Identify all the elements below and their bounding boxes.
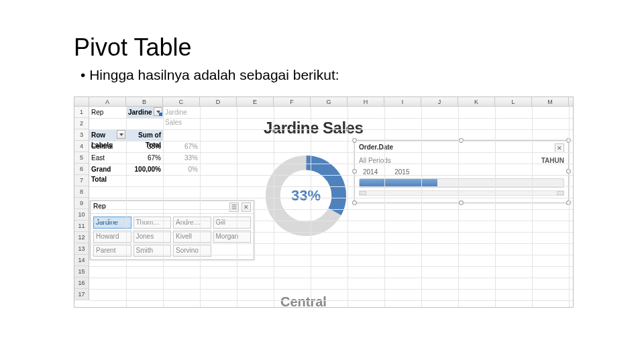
pivot-grandtotal-value: 100,00% <box>126 164 163 175</box>
slicer-item[interactable]: Thom… <box>133 217 172 229</box>
row-header[interactable]: 9 <box>74 198 89 209</box>
row-header[interactable]: 16 <box>74 278 89 289</box>
column-header[interactable]: G <box>311 97 347 106</box>
row-header[interactable]: 11 <box>74 221 89 232</box>
row-header[interactable]: 5 <box>74 152 89 164</box>
row-header-col: 1234567891011121314151617 <box>74 107 89 300</box>
chart-title: Jardine Sales <box>264 119 363 137</box>
row-header[interactable]: 12 <box>74 232 89 243</box>
clear-filter-icon[interactable]: ✕ <box>241 202 251 212</box>
row-header[interactable]: 8 <box>74 186 89 198</box>
select-all-corner[interactable] <box>74 97 89 106</box>
donut-center-label: 33% <box>262 152 350 239</box>
column-header[interactable]: H <box>347 97 384 106</box>
row-header[interactable]: 15 <box>74 266 89 278</box>
mini-bar-label: 67% <box>163 141 200 152</box>
pivot-rep-value: Jardine <box>128 109 152 116</box>
row-header[interactable]: 14 <box>74 255 89 266</box>
pivot-rowlabels-hdr[interactable]: Row Labels <box>89 129 126 141</box>
pivot-row-label[interactable]: East <box>89 152 126 164</box>
slicer-title: Rep <box>93 202 106 212</box>
column-header[interactable]: F <box>274 97 311 106</box>
column-header[interactable]: A <box>89 97 126 106</box>
region-label: Central <box>280 294 327 308</box>
resize-handle[interactable] <box>352 169 357 174</box>
pivot-side-text: Jardine Sales <box>163 107 200 118</box>
column-header[interactable]: L <box>495 97 532 106</box>
dropdown-icon[interactable] <box>117 130 125 139</box>
row-header[interactable]: 13 <box>74 243 89 255</box>
row-header[interactable]: 17 <box>74 289 89 300</box>
row-header[interactable]: 2 <box>74 118 89 129</box>
row-header[interactable]: 7 <box>74 175 89 186</box>
mini-bar-label: 33% <box>163 152 200 164</box>
slicer-item[interactable]: Gill <box>213 217 252 229</box>
row-header[interactable]: 4 <box>74 141 89 152</box>
timeline-orderdate[interactable]: Order.Date ✕ All Periods TAHUN 2014 2015 <box>354 140 569 203</box>
pivot-row-value: 67% <box>126 152 163 164</box>
column-header[interactable]: M <box>532 97 569 106</box>
column-header[interactable]: I <box>384 97 421 106</box>
resize-handle[interactable] <box>459 200 464 205</box>
column-header[interactable]: J <box>421 97 458 106</box>
column-header[interactable]: E <box>237 97 274 106</box>
column-header-row: ABCDEFGHIJKLM <box>74 97 573 107</box>
row-header[interactable]: 3 <box>74 129 89 141</box>
timeline-title: Order.Date <box>359 143 393 153</box>
slide-bullet: • Hingga hasilnya adalah sebagai berikut… <box>80 67 570 83</box>
row-header[interactable]: 1 <box>74 107 89 118</box>
column-header[interactable]: B <box>126 97 163 106</box>
clear-filter-icon[interactable]: ✕ <box>555 143 564 153</box>
column-header[interactable]: C <box>163 97 200 106</box>
resize-handle[interactable] <box>352 200 357 205</box>
timeline-scrollbar[interactable] <box>359 190 564 196</box>
column-header[interactable]: K <box>458 97 495 106</box>
pivot-rep-label: Rep <box>89 107 126 118</box>
mini-bar-label: 0% <box>163 164 200 175</box>
slicer-item[interactable]: Andre… <box>173 217 211 229</box>
spreadsheet-screenshot: ABCDEFGHIJKLM 1234567891011121314151617 … <box>74 97 574 308</box>
row-header[interactable]: 6 <box>74 164 89 175</box>
column-header[interactable]: D <box>200 97 237 106</box>
filter-dropdown-icon[interactable] <box>154 107 162 116</box>
pivot-rep-filter[interactable]: Jardine <box>126 107 163 118</box>
pivot-grandtotal-label: Grand Total <box>89 164 126 175</box>
donut-chart[interactable]: 33% <box>262 152 350 239</box>
slide-title: Pivot Table <box>74 34 570 62</box>
row-header[interactable]: 10 <box>74 209 89 221</box>
pivot-sum-hdr: Sum of Total <box>126 129 163 141</box>
grid-cells[interactable]: Rep Jardine Jardine Sales Row Labels <box>89 107 573 308</box>
